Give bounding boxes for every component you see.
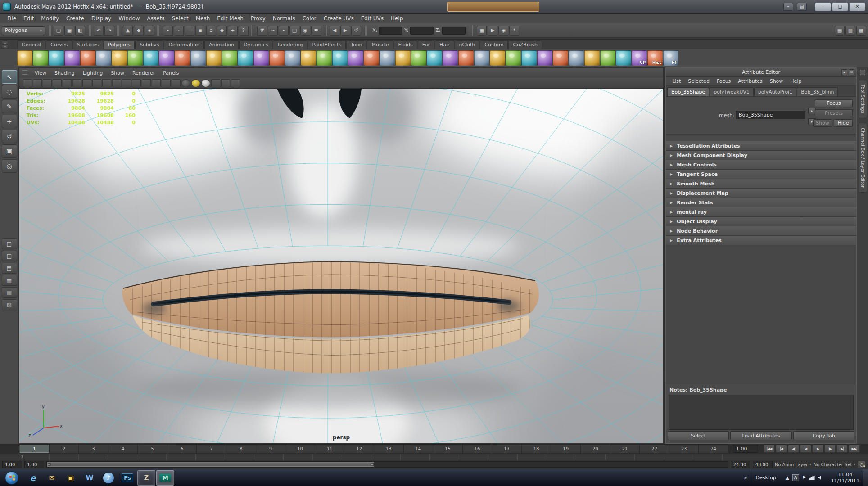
menubar-item[interactable]: Select <box>168 14 192 22</box>
attribute-section-header[interactable]: ▶ Displacement Map <box>666 189 856 198</box>
hidden-icons-chevron[interactable]: ▲ <box>786 475 789 480</box>
focus-button[interactable]: Focus <box>815 99 853 107</box>
timeline-frame[interactable]: 7 <box>196 445 226 453</box>
play-forwards-button[interactable]: ▶ <box>812 445 823 453</box>
mirror-geometry-icon[interactable] <box>474 50 489 66</box>
close-button[interactable]: ✕ <box>849 2 865 11</box>
panel-menu-item[interactable]: Show <box>107 69 128 77</box>
shelf-tab[interactable]: Animation <box>204 40 239 49</box>
shadows-toggle-icon[interactable] <box>211 79 220 87</box>
attribute-section-header[interactable]: ▶ mental ray <box>666 207 856 217</box>
attribute-editor-footer-button[interactable]: Select <box>668 431 729 440</box>
timeline-frame[interactable]: 12 <box>344 445 374 453</box>
lock-camera-icon[interactable] <box>33 79 42 87</box>
shelf-tab[interactable]: Toon <box>346 40 366 49</box>
timeline-frame[interactable]: 19 <box>551 445 580 453</box>
action-center-flag-icon[interactable]: ⚑ <box>802 475 806 480</box>
menubar-item[interactable]: Normals <box>269 14 299 22</box>
select-hierarchy-icon[interactable]: ▲ <box>123 26 133 36</box>
current-time-field[interactable]: 1.00 <box>733 445 758 453</box>
select-points-mask-icon[interactable]: • <box>163 26 173 36</box>
snap-to-curve-icon[interactable]: ~ <box>268 26 278 36</box>
menubar-item[interactable]: Edit Mesh <box>213 14 247 22</box>
select-faces-mask-icon[interactable]: ▪ <box>195 26 205 36</box>
smooth-icon[interactable] <box>348 50 363 66</box>
step-forward-key-button[interactable]: |▶ <box>824 445 836 453</box>
auto-hide-pin-icon[interactable] <box>860 70 865 75</box>
attribute-section-header[interactable]: ▶ Node Behavior <box>666 226 856 236</box>
timeline-frame[interactable]: 2 <box>49 445 79 453</box>
attribute-section-header[interactable]: ▶ Object Display <box>666 217 856 226</box>
color-per-vertex-icon[interactable]: CP <box>632 50 647 66</box>
show-attribute-editor-toggle-icon[interactable]: ▤ <box>835 26 845 36</box>
field-chart-icon[interactable] <box>132 79 141 87</box>
node-tab[interactable]: Bob_35_blinn <box>797 87 838 96</box>
use-default-material-icon[interactable] <box>191 79 200 87</box>
attribute-editor-menu-item[interactable]: Show <box>767 77 786 85</box>
attribute-section-header[interactable]: ▶ Mesh Component Display <box>666 151 856 160</box>
maximize-button[interactable]: ◻ <box>832 2 848 11</box>
triangulate-icon[interactable] <box>395 50 411 66</box>
photoshop-taskbar-button[interactable]: Ps <box>118 470 136 486</box>
attribute-section-header[interactable]: ▶ Extra Attributes <box>666 236 856 245</box>
poly-soccer-ball-icon[interactable] <box>175 50 190 66</box>
step-back-key-button[interactable]: ◀| <box>788 445 799 453</box>
timeline-frame[interactable]: 3 <box>78 445 108 453</box>
menubar-item[interactable]: Edit <box>20 14 37 22</box>
resolution-gate-icon[interactable] <box>112 79 121 87</box>
film-gate-icon[interactable] <box>102 79 111 87</box>
group-grip[interactable] <box>364 26 367 36</box>
grease-pencil-icon[interactable] <box>82 79 91 87</box>
bridge-icon[interactable] <box>506 50 521 66</box>
attribute-editor-menu-item[interactable]: List <box>669 77 683 85</box>
new-scene-icon[interactable]: ▢ <box>54 26 63 36</box>
lighting-all-icon[interactable] <box>201 79 210 87</box>
timeline-frame[interactable]: 10 <box>285 445 315 453</box>
insert-edge-loop-tool-icon[interactable] <box>569 50 584 66</box>
freeze-transform-icon[interactable]: FT <box>663 50 678 66</box>
hypershade-persp-layout-button[interactable]: ▧ <box>2 299 17 310</box>
show-button[interactable]: Show <box>813 119 832 127</box>
slide-edge-tool-icon[interactable] <box>616 50 631 66</box>
volume-icon[interactable] <box>818 476 823 480</box>
undo-icon[interactable]: ↶ <box>94 26 104 36</box>
booleans-union-icon[interactable] <box>301 50 316 66</box>
select-parm-points-mask-icon[interactable]: · <box>174 26 184 36</box>
hide-button[interactable]: Hide <box>834 119 853 127</box>
timeline-frame[interactable]: 15 <box>433 445 462 453</box>
timeline-frame[interactable]: 23 <box>669 445 699 453</box>
select-misc-mask-icon[interactable]: ? <box>239 26 249 36</box>
timeline-frame[interactable]: 9 <box>256 445 285 453</box>
shelf-tab[interactable]: Hair <box>435 40 454 49</box>
group-grip[interactable] <box>117 26 120 36</box>
playback-start-field[interactable]: 1.00 <box>24 461 44 468</box>
panel-grip-icon[interactable] <box>22 70 27 76</box>
show-channel-box-toggle-icon[interactable]: ▦ <box>856 26 866 36</box>
poly-pyramid-icon[interactable] <box>127 50 143 66</box>
shelf-tab[interactable]: Fur <box>418 40 434 49</box>
undock-panel-icon[interactable]: ▪ <box>841 69 847 75</box>
desktop-toolbar-button[interactable]: Desktop <box>750 469 782 486</box>
timeline-frame[interactable]: 24 <box>698 445 728 453</box>
time-slider[interactable]: 123456789101112131415161718192021222324 <box>19 444 728 453</box>
isolate-select-icon[interactable] <box>231 79 240 87</box>
shelf-tab[interactable]: Muscle <box>367 40 393 49</box>
shaded-mode-icon[interactable] <box>172 79 181 87</box>
two-pane-side-layout-button[interactable]: ◫ <box>2 251 17 261</box>
timeline-frame[interactable]: 18 <box>521 445 551 453</box>
menubar-item[interactable]: Proxy <box>247 14 269 22</box>
attribute-section-header[interactable]: ▶ Tangent Space <box>666 170 856 179</box>
timeline-frame[interactable]: 4 <box>108 445 138 453</box>
ime-language-icon[interactable]: A <box>792 474 799 481</box>
language-bar-icon[interactable]: ⌁ <box>783 3 793 11</box>
menubar-item[interactable]: Mesh <box>192 14 214 22</box>
rotate-tool-button[interactable]: ↺ <box>2 130 17 143</box>
shelf-tab[interactable]: Polygons <box>104 40 135 49</box>
step-forward-frame-button[interactable]: ▶| <box>836 445 848 453</box>
bookmarks-icon[interactable] <box>53 79 62 87</box>
snap-to-grid-icon[interactable]: # <box>257 26 267 36</box>
booleans-intersection-icon[interactable] <box>332 50 348 66</box>
character-set-dropdown[interactable]: No Character Set ▾ <box>814 462 855 467</box>
menubar-item[interactable]: File <box>4 14 20 22</box>
group-grip[interactable] <box>324 26 327 36</box>
